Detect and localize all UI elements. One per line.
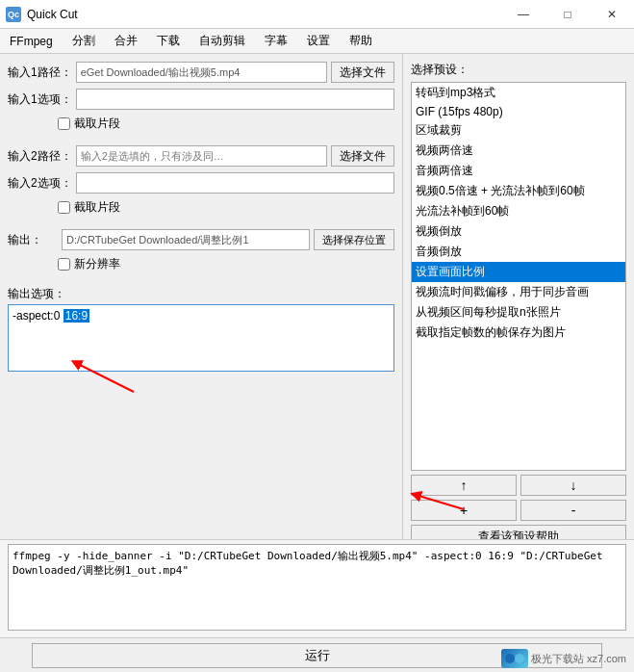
preset-item[interactable]: 截取指定帧数的帧保存为图片 bbox=[412, 323, 625, 343]
input2-field[interactable] bbox=[76, 145, 327, 167]
preset-add-button[interactable]: + bbox=[411, 500, 517, 521]
input2-options-row: 输入2选项： bbox=[8, 172, 394, 194]
clip2-label: 截取片段 bbox=[74, 199, 120, 216]
menu-item-0[interactable]: FFmpeg bbox=[0, 29, 63, 54]
menu-item-6[interactable]: 设置 bbox=[297, 29, 340, 54]
input1-options-label: 输入1选项： bbox=[8, 91, 72, 108]
clip1-checkbox[interactable] bbox=[58, 117, 70, 130]
menu-item-1[interactable]: 分割 bbox=[63, 29, 105, 54]
new-resolution-checkbox[interactable] bbox=[58, 258, 70, 271]
input2-options-label: 输入2选项： bbox=[8, 175, 72, 192]
input2-options-field[interactable] bbox=[76, 172, 394, 194]
aspect-value: 16:9 bbox=[63, 309, 89, 323]
preset-item[interactable]: 设置画面比例 bbox=[412, 262, 625, 282]
output-label: 输出： bbox=[8, 232, 58, 248]
arrow-to-highlight bbox=[66, 358, 143, 400]
input2-label: 输入2路径： bbox=[8, 148, 72, 165]
preset-item[interactable]: 视频倒放 bbox=[412, 221, 625, 242]
command-textarea[interactable] bbox=[8, 544, 626, 631]
clip1-row: 截取片段 bbox=[58, 116, 394, 132]
input1-select-button[interactable]: 选择文件 bbox=[331, 62, 394, 83]
run-section: 运行 bbox=[0, 637, 634, 672]
clip2-row: 截取片段 bbox=[58, 199, 394, 216]
preset-item[interactable]: 光流法补帧到60帧 bbox=[412, 201, 625, 221]
new-resolution-row: 新分辨率 bbox=[58, 256, 394, 272]
clip2-checkbox[interactable] bbox=[58, 201, 70, 214]
bottom-section bbox=[0, 539, 634, 637]
menu-item-4[interactable]: 自动剪辑 bbox=[190, 29, 255, 54]
preset-item[interactable]: 转码到mp3格式 bbox=[412, 83, 625, 103]
preset-item[interactable]: 区域裁剪 bbox=[412, 120, 625, 141]
preset-down-button[interactable]: ↓ bbox=[520, 475, 626, 496]
maximize-button[interactable]: □ bbox=[545, 0, 590, 29]
input1-row: 输入1路径： 选择文件 bbox=[8, 62, 394, 83]
input1-options-field[interactable] bbox=[76, 89, 394, 110]
input1-options-row: 输入1选项： bbox=[8, 89, 394, 110]
menu-item-5[interactable]: 字幕 bbox=[255, 29, 297, 54]
preset-help-button[interactable]: 查看该预设帮助 bbox=[411, 525, 626, 539]
new-resolution-label: 新分辨率 bbox=[74, 256, 120, 272]
title-bar: Qc Quick Cut — □ ✕ bbox=[0, 0, 634, 29]
menu-item-3[interactable]: 下载 bbox=[147, 29, 190, 54]
minimize-button[interactable]: — bbox=[501, 0, 545, 29]
aspect-text: -aspect:0 bbox=[13, 309, 63, 323]
output-select-button[interactable]: 选择保存位置 bbox=[314, 229, 394, 250]
clip1-label: 截取片段 bbox=[74, 116, 120, 132]
output-field[interactable] bbox=[62, 229, 310, 250]
preset-up-button[interactable]: ↑ bbox=[411, 475, 517, 496]
output-options-label: 输出选项： bbox=[8, 286, 394, 302]
preset-item[interactable]: 视频流时间戳偏移，用于同步音画 bbox=[412, 282, 625, 302]
preset-add-remove: + - bbox=[411, 500, 626, 521]
output-options-textarea[interactable]: -aspect:0 16:9 bbox=[8, 304, 394, 372]
preset-label: 选择预设： bbox=[411, 62, 626, 78]
preset-item[interactable]: 视频两倍速 bbox=[412, 141, 625, 161]
menu-item-2[interactable]: 合并 bbox=[105, 29, 147, 54]
app-title: Quick Cut bbox=[27, 8, 78, 21]
title-bar-left: Qc Quick Cut bbox=[6, 7, 78, 22]
app-icon: Qc bbox=[6, 7, 21, 22]
output-row: 输出： 选择保存位置 bbox=[8, 229, 394, 250]
preset-remove-button[interactable]: - bbox=[520, 500, 626, 521]
window-controls: — □ ✕ bbox=[501, 0, 634, 29]
input2-row: 输入2路径： 选择文件 bbox=[8, 145, 394, 167]
left-panel: 输入1路径： 选择文件 输入1选项： 截取片段 输入2路径： 选择文件 输入2选… bbox=[0, 54, 403, 539]
run-button[interactable]: 运行 bbox=[32, 643, 602, 668]
preset-item[interactable]: 从视频区间每秒提取n张照片 bbox=[412, 302, 625, 323]
preset-controls: ↑ ↓ bbox=[411, 475, 626, 496]
input1-label: 输入1路径： bbox=[8, 65, 72, 81]
close-button[interactable]: ✕ bbox=[590, 0, 634, 29]
preset-list[interactable]: 转码到mp3格式GIF (15fps 480p)区域裁剪视频两倍速音频两倍速视频… bbox=[411, 82, 626, 471]
svg-line-0 bbox=[76, 363, 134, 392]
preset-item[interactable]: GIF (15fps 480p) bbox=[412, 103, 625, 120]
preset-item[interactable]: 视频0.5倍速 + 光流法补帧到60帧 bbox=[412, 181, 625, 201]
menu-bar: FFmpeg分割合并下载自动剪辑字幕设置帮助 bbox=[0, 29, 634, 54]
preset-item[interactable]: 音频两倍速 bbox=[412, 161, 625, 181]
input2-select-button[interactable]: 选择文件 bbox=[331, 145, 394, 167]
preset-item[interactable]: 音频倒放 bbox=[412, 242, 625, 262]
menu-item-7[interactable]: 帮助 bbox=[340, 29, 382, 54]
input1-field[interactable] bbox=[76, 62, 327, 83]
output-options-section: 输出选项： -aspect:0 16:9 bbox=[8, 286, 394, 531]
right-panel: 选择预设： 转码到mp3格式GIF (15fps 480p)区域裁剪视频两倍速音… bbox=[403, 54, 634, 539]
